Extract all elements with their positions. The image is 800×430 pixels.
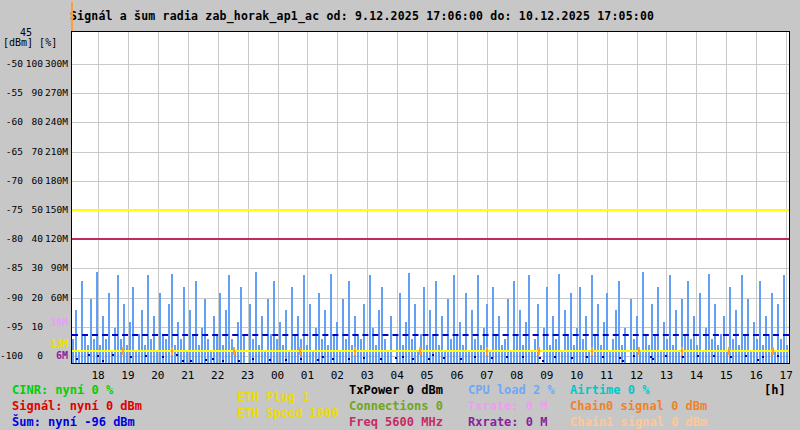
noise-level-line — [72, 334, 789, 336]
rrd-graph-canvas: Signál a šum radia zab_horak_ap1_ac od: … — [0, 0, 800, 430]
y-axis-value: 210M — [43, 146, 68, 157]
signal-bar — [447, 299, 449, 363]
x-axis-hour-label: 06 — [444, 369, 470, 382]
signal-bar — [156, 351, 158, 363]
signal-bar — [570, 293, 572, 363]
signal-bar — [153, 316, 155, 363]
x-axis-hour-label: 20 — [145, 369, 171, 382]
signal-bar — [576, 328, 578, 363]
gridline-horizontal — [72, 64, 789, 65]
y-axis-label-row: -7550150M — [0, 204, 68, 215]
rate-marker-label: 39M — [0, 317, 68, 328]
signal-bar — [495, 334, 497, 363]
gridline-vertical — [577, 32, 578, 363]
y-axis-value: -60 — [0, 116, 23, 127]
x-axis-hour-label: 21 — [175, 369, 201, 382]
y-axis-value: 100 — [23, 58, 43, 69]
noise-dot — [176, 354, 178, 356]
y-axis-value: 70 — [23, 146, 43, 157]
signal-bar — [705, 328, 707, 363]
signal-bar — [192, 334, 194, 363]
signal-bar — [438, 345, 440, 363]
plug-event-tick — [728, 347, 730, 355]
signal-bar — [525, 322, 527, 363]
signal-bar — [339, 351, 341, 363]
y-axis-value: 120M — [43, 233, 68, 244]
legend-entry: Txrate: 0 M — [468, 399, 547, 413]
noise-dot — [428, 358, 430, 360]
noise-dot — [269, 359, 271, 361]
y-axis-value: 150M — [43, 204, 68, 215]
y-axis-value: 60 — [23, 175, 43, 186]
x-axis-hour-label: 07 — [474, 369, 500, 382]
gridline-horizontal — [72, 181, 789, 182]
plug-event-tick — [591, 347, 593, 355]
noise-dot — [491, 357, 493, 359]
signal-bar — [543, 328, 545, 363]
x-axis-hour-label: 17 — [773, 369, 799, 382]
noise-dot — [402, 356, 404, 358]
signal-bar — [573, 345, 575, 363]
signal-bar — [684, 334, 686, 363]
legend-entry: CINR: nyní 0 % — [12, 383, 113, 397]
signal-bar — [693, 316, 695, 363]
legend-entry: TxPower 0 dBm — [349, 383, 443, 397]
gridline-vertical — [637, 32, 638, 363]
signal-bar — [351, 345, 353, 363]
signal-bar — [678, 351, 680, 363]
noise-dot — [145, 355, 147, 357]
signal-bar — [243, 334, 245, 363]
noise-dot — [112, 354, 114, 356]
signal-bar — [456, 334, 458, 363]
noise-dot — [205, 359, 207, 361]
signal-bar — [432, 334, 434, 363]
signal-bar — [774, 351, 776, 363]
noise-dot — [522, 356, 524, 358]
signal-bar — [99, 345, 101, 363]
signal-bar — [102, 316, 104, 363]
y-axis-label-row: -853090M — [0, 262, 68, 273]
signal-bar — [519, 310, 521, 363]
plug-event-tick — [486, 347, 488, 355]
y-axis-value: 80 — [23, 116, 43, 127]
signal-bar — [564, 310, 566, 363]
x-axis-hour-label: 02 — [324, 369, 350, 382]
signal-bar — [162, 334, 164, 363]
signal-bar — [78, 351, 80, 363]
signal-bar — [654, 334, 656, 363]
y-axis-value: 30 — [23, 262, 43, 273]
y-axis-value: -55 — [0, 87, 23, 98]
x-axis-hour-label: 11 — [594, 369, 620, 382]
x-axis-hour-label: 09 — [534, 369, 560, 382]
x-axis-hour-label: 00 — [265, 369, 291, 382]
x-axis-hour-label: 22 — [205, 369, 231, 382]
noise-dot — [162, 356, 164, 358]
x-axis-hour-label: 01 — [294, 369, 320, 382]
y-axis-value: -65 — [0, 146, 23, 157]
y-axis-value: -80 — [0, 233, 23, 244]
signal-bar — [441, 316, 443, 363]
noise-dot — [322, 356, 324, 358]
signal-bar — [744, 334, 746, 363]
maroon-threshold-line — [72, 238, 789, 240]
noise-dot — [542, 360, 544, 362]
y-axis-label-row: -50100300M — [0, 58, 68, 69]
noise-dot — [713, 355, 715, 357]
y-axis-value: 270M — [43, 87, 68, 98]
noise-dot — [395, 357, 397, 359]
plug-event-tick — [299, 347, 301, 355]
y-axis-value: 90 — [23, 87, 43, 98]
signal-bar — [378, 310, 380, 363]
signal-bar — [354, 316, 356, 363]
signal-bar — [501, 345, 503, 363]
signal-bar — [177, 322, 179, 363]
rate-marker-label: 6M — [0, 350, 68, 361]
signal-bar — [606, 293, 608, 363]
signal-bar — [720, 334, 722, 363]
noise-dot — [571, 357, 573, 359]
y-axis-value: 90M — [43, 262, 68, 273]
signal-bar — [624, 328, 626, 363]
legend-entry: Chain0 signal 0 dBm — [570, 399, 707, 413]
legend-entry: Šum: nyní -96 dBm — [12, 415, 135, 429]
signal-bar — [279, 322, 281, 363]
